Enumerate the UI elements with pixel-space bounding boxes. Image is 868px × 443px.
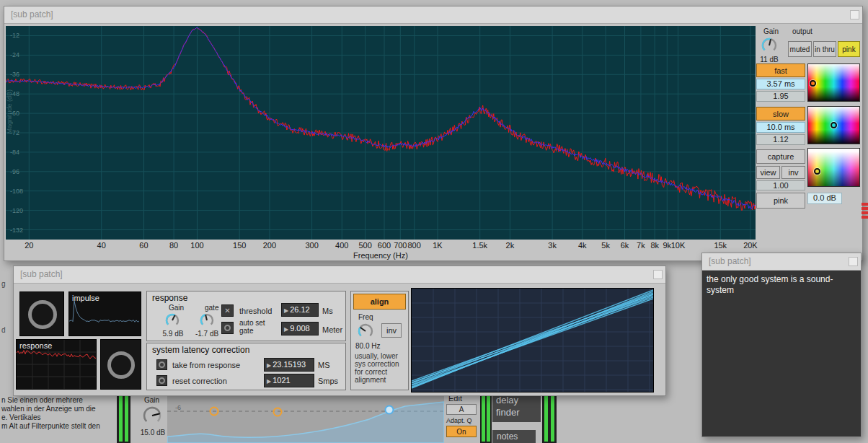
- x-tick-label: 200: [263, 241, 276, 250]
- pink-toggle-button[interactable]: pink: [838, 41, 860, 57]
- spectrum-plot: -12-24-36-48-60-72-84-96-108-120-132 Mag…: [6, 26, 756, 240]
- window-comment: [sub patch] the only good system is a so…: [701, 253, 862, 437]
- x-tick-label: 500: [358, 241, 371, 250]
- device-gain-knob[interactable]: [142, 405, 162, 429]
- view-button[interactable]: view: [756, 166, 780, 179]
- slow-time-value[interactable]: 10.0 ms: [756, 122, 805, 133]
- color-picker-handle[interactable]: [831, 122, 837, 128]
- slow-button[interactable]: slow: [756, 107, 805, 120]
- x-tick-label: 600: [378, 241, 391, 250]
- threshold-unit: Ms: [322, 307, 333, 315]
- response-gain-value[interactable]: 5.9 dB: [157, 330, 189, 338]
- x-tick-label: 800: [407, 241, 420, 250]
- muted-button[interactable]: muted: [788, 41, 812, 57]
- device-gain-value[interactable]: 15.0 dB: [137, 429, 169, 437]
- impulse-dial[interactable]: [19, 291, 64, 336]
- fast-time-value[interactable]: 3.57 ms: [756, 79, 805, 89]
- window-close-button[interactable]: [850, 10, 859, 19]
- x-tick-label: 80: [169, 241, 178, 250]
- reset-correction-button[interactable]: [156, 375, 167, 386]
- color-picker-handle[interactable]: [810, 80, 816, 87]
- toggle-circle-icon: [159, 361, 165, 368]
- slow-coef-value[interactable]: 1.12: [756, 134, 805, 145]
- capture-button[interactable]: capture: [756, 149, 805, 164]
- response-gain-knob[interactable]: [164, 312, 180, 331]
- fast-button[interactable]: fast: [756, 63, 805, 77]
- x-tick-label: 400: [335, 241, 348, 250]
- reset-unit: Smps: [318, 377, 338, 385]
- window-titlebar[interactable]: [sub patch]: [14, 266, 665, 284]
- x-tick-label: 150: [233, 241, 246, 250]
- reset-numbox[interactable]: ▶1021: [264, 374, 314, 387]
- x-tick-label: 5k: [601, 241, 610, 250]
- adapt-q-on-button[interactable]: On: [446, 426, 477, 437]
- x-tick-label: 6k: [621, 241, 629, 250]
- pink-button[interactable]: pink: [756, 193, 805, 209]
- response-dial[interactable]: [100, 339, 141, 390]
- window-tools: [sub patch] impulse response response Ga…: [13, 266, 666, 396]
- output-gain-knob[interactable]: [761, 37, 778, 57]
- window-close-button[interactable]: [849, 257, 858, 266]
- reset-correction-label: reset correction: [172, 377, 227, 385]
- autoset-toggle[interactable]: [221, 322, 234, 334]
- device-title: delay finder: [492, 392, 541, 422]
- x-tick-label: 8k: [650, 241, 659, 250]
- band-a-button[interactable]: A: [446, 404, 477, 415]
- x-tick-label: 15k: [714, 241, 727, 250]
- in-thru-button[interactable]: in thru: [813, 41, 836, 57]
- level-meter: [117, 392, 130, 443]
- x-axis-title: Frequency (Hz): [6, 251, 756, 260]
- y-tick-label: -24: [10, 51, 19, 58]
- desktop: n Sie einen oder mehrere wahlen in der A…: [0, 0, 868, 443]
- autoset-numbox[interactable]: ▶9.008: [281, 322, 319, 335]
- capture-coef-value[interactable]: 1.00: [756, 180, 805, 190]
- threshold-numbox[interactable]: ▶26.12: [281, 303, 319, 317]
- window-analyzer: [sub patch] -12-24-36-48-60-72-84-96-108…: [4, 6, 863, 261]
- y-tick-label: -120: [10, 207, 23, 214]
- level-meter: [542, 392, 557, 443]
- y-tick-label: -12: [10, 32, 19, 39]
- window-titlebar[interactable]: [sub patch]: [4, 6, 862, 24]
- x-icon: ✕: [224, 307, 230, 315]
- take-from-response-label: take from response: [172, 361, 240, 369]
- capture-color-picker[interactable]: [807, 148, 860, 187]
- numbox-arrow-icon: ▶: [284, 326, 288, 333]
- color-picker-handle[interactable]: [814, 168, 820, 175]
- gate-knob[interactable]: [199, 312, 215, 331]
- phase-display: [411, 288, 654, 392]
- y-tick-label: -84: [10, 149, 19, 156]
- fast-color-picker[interactable]: [807, 63, 860, 102]
- align-freq-knob[interactable]: [357, 323, 374, 343]
- inv-button[interactable]: inv: [781, 166, 805, 179]
- eq-display[interactable]: -6: [167, 392, 444, 443]
- x-tick-label: 10K: [671, 241, 686, 250]
- window-title: [sub patch]: [11, 9, 53, 19]
- output-label: output: [792, 27, 812, 35]
- gate-value[interactable]: -1.7 dB: [190, 330, 223, 338]
- gain-label: Gain: [169, 304, 184, 312]
- dial-ring: [107, 351, 135, 379]
- pink-level-value[interactable]: 0.0 dB: [807, 193, 842, 204]
- align-freq-value[interactable]: 80.0 Hz: [355, 342, 380, 350]
- impulse-display: impulse: [68, 291, 141, 336]
- gain-label: Gain: [763, 27, 779, 35]
- align-inv-button[interactable]: inv: [381, 323, 402, 338]
- fast-coef-value[interactable]: 1.95: [756, 91, 805, 102]
- analyzer-control-panel: Gain output 11 dB muted in thru pink fas…: [756, 27, 862, 258]
- notes-button[interactable]: notes: [492, 430, 536, 443]
- threshold-x-toggle[interactable]: ✕: [221, 304, 234, 317]
- response-group: response Gain 5.9 dB gate -1.7 dB ✕ thre…: [146, 291, 346, 341]
- x-tick-label: 7k: [637, 241, 645, 250]
- align-button[interactable]: align: [353, 294, 406, 310]
- adapt-q-label: Adapt. Q: [446, 417, 472, 424]
- y-tick-label: -132: [10, 227, 23, 234]
- x-tick-label: 100: [190, 241, 203, 250]
- tooltip-line: e. Vertikales: [1, 413, 100, 422]
- take-numbox[interactable]: ▶23.15193: [264, 358, 314, 372]
- take-from-response-button[interactable]: [156, 359, 167, 370]
- slow-color-picker[interactable]: [807, 106, 860, 144]
- window-titlebar[interactable]: [sub patch]: [702, 253, 861, 271]
- window-close-button[interactable]: [653, 270, 663, 279]
- output-gain-value[interactable]: 11 dB: [756, 56, 782, 63]
- x-tick-label: 9k: [663, 241, 671, 250]
